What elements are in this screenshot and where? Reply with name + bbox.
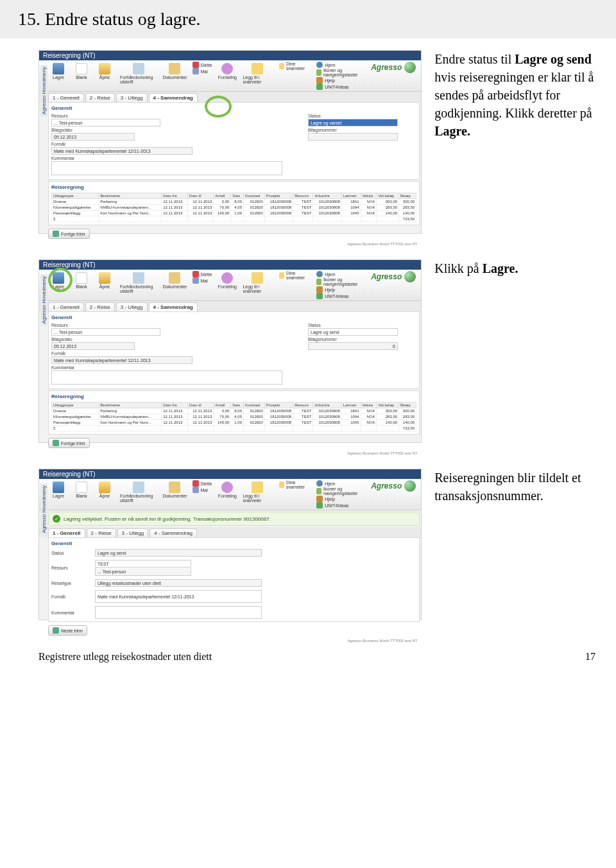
template-button[interactable]: Mal: [201, 69, 208, 74]
col-antall: Antall: [214, 403, 231, 408]
toolbar: Lagre Blank Åpne Forhåndsvisning utskrif…: [39, 270, 421, 301]
ressurs-code-field[interactable]: TEST: [95, 560, 191, 568]
status-dropdown[interactable]: Lagre og varsel: [308, 119, 398, 126]
tabs: 1 - Generell 2 - Reise 3 - Utlegg 4 - Sa…: [39, 92, 421, 102]
col-antall: Antall: [214, 193, 231, 199]
blank-button[interactable]: Blank: [71, 62, 92, 81]
col-arbordre: Arbordre: [313, 403, 341, 408]
col-utleggstype: Utleggstype: [52, 193, 99, 199]
table-row[interactable]: KilometergodtgjørelseNMBU-Kunnskapsdepar…: [52, 414, 416, 420]
caption-3: Reiseregningen blir tildelt et transaksj…: [434, 469, 601, 505]
home-button[interactable]: Hjem: [325, 63, 335, 67]
tab-utlegg[interactable]: 3 - Utlegg: [116, 93, 148, 102]
caption-2: Klikk på Lagre.: [434, 259, 601, 277]
distribution-button[interactable]: Fordeling: [217, 480, 237, 499]
save-button[interactable]: Lagre: [48, 62, 69, 81]
tab-reise[interactable]: 2 - Reise: [85, 302, 115, 311]
tab-generell[interactable]: 1 - Generell: [48, 528, 85, 537]
brand-logo: Agresso: [371, 62, 418, 73]
screenshot-1: Agresso Hovedmeny Reiseregning (NT) Lagr…: [38, 50, 422, 234]
add-shortcut-button[interactable]: Legg til i snarveier: [240, 271, 274, 295]
tab-sammendrag[interactable]: 4 - Sammendrag: [149, 93, 198, 102]
tab-generell[interactable]: 1 - Generell: [48, 302, 84, 311]
delete-button[interactable]: Slette: [201, 63, 212, 67]
shortcuts-menu[interactable]: Dine snarveier: [286, 271, 309, 280]
add-shortcut-button[interactable]: Legg til i snarveier: [240, 480, 274, 504]
previous-step-button[interactable]: Forrige trinn: [48, 438, 90, 448]
home-button[interactable]: Hjem: [325, 272, 335, 277]
sidebar-label: Agresso Hovedmeny: [40, 274, 47, 326]
success-message: ✓ Lagring vellykket. Posten er nå sendt …: [48, 512, 420, 526]
col-belop: Beløp: [399, 403, 416, 408]
ressurs-field[interactable]: ... Test-person: [51, 328, 160, 336]
col-datotil: Dato til: [187, 403, 214, 408]
open-button[interactable]: Åpne: [94, 480, 115, 499]
print-preview-button[interactable]: Forhåndsvisning utskrift: [117, 271, 160, 295]
kommentar-field[interactable]: [51, 370, 282, 385]
tab-sammendrag[interactable]: 4 - Sammendrag: [149, 302, 198, 311]
shortcuts-menu[interactable]: Dine snarveier: [286, 62, 309, 71]
ressurs-field[interactable]: ... Test-person: [51, 119, 160, 126]
delete-button[interactable]: Slette: [201, 272, 212, 277]
open-button[interactable]: Åpne: [94, 62, 115, 81]
col-prosjekt: Prosjekt: [264, 193, 293, 199]
previous-step-button[interactable]: Forrige trinn: [48, 229, 90, 239]
save-button[interactable]: Lagre: [48, 480, 69, 499]
print-preview-button[interactable]: Forhåndsvisning utskrift: [117, 480, 160, 504]
col-ressurs: Ressurs: [293, 193, 313, 199]
toolbar: Lagre Blank Åpne Forhåndsvisning utskrif…: [39, 60, 421, 92]
col-sats: Sats: [231, 193, 244, 199]
col-valbelop: Val.beløp: [377, 193, 399, 199]
table-row[interactable]: PassasjertilleggKari Nordmann og Per Nor…: [52, 211, 416, 216]
template-button[interactable]: Mal: [201, 279, 208, 283]
add-shortcut-button[interactable]: Legg til i snarveier: [240, 62, 274, 85]
unit4-link[interactable]: UNIT4Ideas: [325, 294, 348, 299]
status-bar: Agresso Business World TTT002 test NT: [39, 241, 421, 247]
brand-logo: Agresso: [371, 271, 418, 282]
kommentar-field[interactable]: [51, 161, 282, 175]
distribution-button[interactable]: Fordeling: [217, 271, 237, 290]
col-valuta: Valuta: [361, 193, 377, 199]
tab-reise[interactable]: 2 - Reise: [87, 528, 116, 537]
tab-utlegg[interactable]: 3 - Utlegg: [116, 302, 148, 311]
blank-button[interactable]: Blank: [71, 271, 92, 290]
kommentar-field[interactable]: [95, 606, 262, 619]
help-button[interactable]: Hjelp: [325, 78, 335, 83]
tab-sammendrag[interactable]: 4 - Sammendrag: [150, 528, 197, 537]
table-row[interactable]: DiverseParkering12.11.201312.11.20130,00…: [52, 408, 416, 414]
documents-button[interactable]: Dokumenter: [162, 480, 187, 499]
status-dropdown[interactable]: Lagre og send: [308, 328, 398, 336]
col-beskrivelse: Beskrivelse: [99, 193, 162, 199]
tab-generell[interactable]: 1 - Generell: [48, 93, 84, 102]
tb-slette-mal: Slette Mal: [190, 62, 215, 74]
col-lonnart: Lønnart: [341, 193, 361, 199]
unit4-link[interactable]: UNIT4Ideas: [325, 85, 348, 89]
next-step-button[interactable]: Neste trinn: [48, 625, 87, 636]
col-belop: Beløp: [399, 193, 416, 199]
open-button[interactable]: Åpne: [94, 271, 115, 290]
documents-button[interactable]: Dokumenter: [162, 62, 187, 81]
bilagsnummer-field: [308, 133, 398, 141]
col-koststed: Koststed: [244, 403, 265, 408]
caption-1: Endre status til Lagre og send hvis reis…: [434, 50, 601, 140]
col-koststed: Koststed: [244, 193, 265, 199]
table-row[interactable]: DiverseParkering12.11.201312.11.20130,00…: [52, 199, 416, 205]
tab-utlegg[interactable]: 3 - Utlegg: [117, 528, 149, 537]
documents-button[interactable]: Dokumenter: [162, 271, 187, 290]
blank-button[interactable]: Blank: [71, 480, 92, 499]
icons-help[interactable]: Ikoner og navigeringstaster: [323, 68, 366, 77]
icons-help[interactable]: Ikoner og navigeringstaster: [323, 277, 366, 286]
window-title: Reiseregning (NT): [39, 260, 421, 270]
tab-reise[interactable]: 2 - Reise: [85, 93, 115, 102]
generelt-panel: Generelt Ressurs... Test-person Bilagsda…: [48, 102, 420, 180]
help-button[interactable]: Hjelp: [325, 288, 335, 292]
section-3: Agresso Hovedmeny Reiseregning (NT) Lagr…: [0, 457, 616, 634]
col-valuta: Valuta: [361, 403, 377, 408]
table-row[interactable]: KilometergodtgjørelseNMBU-Kunnskapsdepar…: [52, 205, 416, 211]
formal-field[interactable]: Møte med Kunnskapsdepartementet 12/11-20…: [95, 590, 262, 603]
distribution-button[interactable]: Fordeling: [217, 62, 237, 81]
col-datotil: Dato til: [187, 193, 214, 199]
table-row[interactable]: PassasjertilleggKari Nordmann og Per Nor…: [52, 420, 416, 426]
check-icon: ✓: [53, 515, 60, 523]
print-preview-button[interactable]: Forhåndsvisning utskrift: [117, 62, 160, 85]
